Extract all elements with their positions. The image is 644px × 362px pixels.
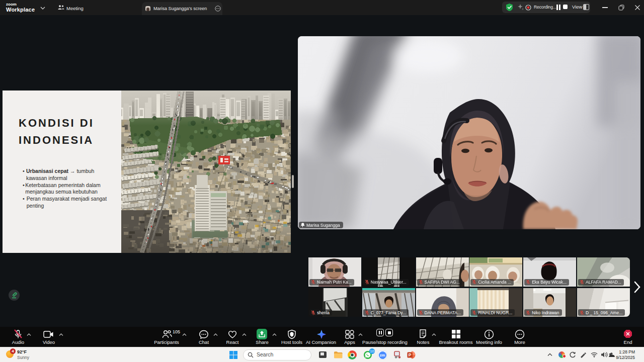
svg-text:P: P (409, 352, 412, 357)
